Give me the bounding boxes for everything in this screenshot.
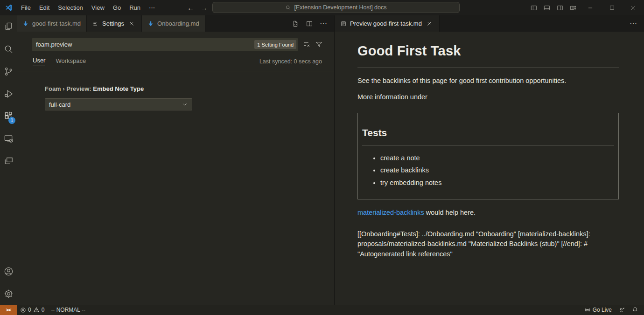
settings-found-badge: 1 Setting Found	[254, 40, 296, 49]
dropdown-value: full-card	[49, 101, 70, 108]
setting-category: Foam › Preview:	[45, 85, 93, 92]
tab-bar-right: Preview good-first-task.md ⋯	[335, 15, 644, 32]
menu-view[interactable]: View	[87, 2, 109, 13]
materialized-backlinks-link[interactable]: materialized-backlinks	[357, 209, 424, 216]
extensions-icon[interactable]: 1	[0, 105, 17, 127]
minimize-icon[interactable]	[580, 0, 601, 15]
tab-label: Preview good-first-task.md	[350, 20, 422, 27]
remote-indicator[interactable]: ><	[0, 305, 17, 315]
editor-group-right: Preview good-first-task.md ⋯ Good First …	[335, 15, 644, 305]
editor-actions-left: ⋯	[292, 15, 334, 32]
embedded-note-card: Tests create a note create backlinks try…	[357, 113, 619, 199]
filter-funnel-icon[interactable]	[315, 41, 323, 48]
setting-embed-note-type: Foam › Preview: Embed Note Type full-car…	[45, 85, 334, 110]
menu-go[interactable]: Go	[109, 2, 125, 13]
preview-title: Good First Task	[357, 41, 619, 67]
toggle-panel-bottom-icon[interactable]	[540, 0, 553, 15]
clear-search-filter-icon[interactable]	[303, 41, 311, 48]
feedback-person-icon	[618, 307, 625, 314]
bell-icon	[632, 307, 638, 313]
preview-paragraph-1: See the backlinks of this page for good …	[357, 76, 619, 86]
search-view-icon[interactable]	[0, 38, 17, 60]
markdown-file-icon	[22, 21, 29, 27]
link-paragraph: materialized-backlinks would help here.	[357, 208, 619, 218]
menu-run[interactable]: Run	[125, 2, 145, 13]
menu-file[interactable]: File	[17, 2, 35, 13]
tab-onboarding[interactable]: Onboarding.md	[142, 15, 205, 32]
setting-name: Embed Note Type	[93, 85, 144, 92]
open-settings-json-icon[interactable]	[292, 20, 299, 27]
embedded-note-title: Tests	[362, 125, 614, 146]
menu-bar: File Edit Selection View Go Run ⋯	[17, 2, 159, 13]
markdown-file-icon	[147, 21, 154, 27]
broadcast-icon	[584, 307, 591, 313]
preview-paragraph-2: More information under	[357, 92, 619, 103]
editor-group-left: good-first-task.md Settings Onboarding.m…	[17, 15, 334, 305]
extensions-badge: 1	[8, 117, 15, 124]
list-item: create a note	[380, 153, 614, 164]
status-bar: >< 0 0 -- NORMAL -- Go Live	[0, 305, 644, 315]
go-back-icon[interactable]: ←	[187, 4, 194, 12]
go-live-button[interactable]: Go Live	[581, 305, 615, 315]
accounts-icon[interactable]	[0, 260, 17, 282]
split-editor-icon[interactable]	[306, 20, 313, 27]
more-actions-icon[interactable]: ⋯	[320, 19, 328, 28]
feedback-button[interactable]	[615, 305, 629, 315]
tab-good-first-task[interactable]: good-first-task.md	[17, 15, 87, 32]
embedded-note-list: create a note create backlinks try embed…	[362, 153, 614, 188]
remote-icon: ><	[6, 307, 11, 313]
command-center-search[interactable]: [Extension Development Host] docs	[212, 2, 460, 13]
remote-explorer-icon[interactable]	[0, 127, 17, 150]
title-bar: File Edit Selection View Go Run ⋯ ← → [E…	[0, 0, 644, 15]
list-item: try embedding notes	[380, 178, 614, 188]
editor-actions-right: ⋯	[630, 15, 644, 32]
maximize-icon[interactable]	[601, 0, 623, 15]
customize-layout-icon[interactable]	[567, 0, 580, 15]
markdown-preview-pane: Good First Task See the backlinks of thi…	[335, 32, 644, 305]
command-center-label: [Extension Development Host] docs	[294, 4, 386, 11]
toggle-sidebar-right-icon[interactable]	[553, 0, 567, 15]
tab-label: Settings	[102, 20, 124, 27]
warning-count: 0	[42, 307, 45, 313]
activity-bar: 1	[0, 15, 17, 305]
link-suffix: would help here.	[424, 209, 476, 216]
vim-mode-status[interactable]: -- NORMAL --	[48, 305, 89, 315]
go-forward-icon[interactable]: →	[201, 4, 208, 12]
window-close-icon[interactable]	[623, 0, 644, 15]
explorer-icon[interactable]	[0, 15, 17, 38]
more-actions-icon[interactable]: ⋯	[630, 19, 637, 28]
vscode-window: File Edit Selection View Go Run ⋯ ← → [E…	[0, 0, 644, 315]
settings-header: 1 Setting Found User Workspace Last sync…	[17, 32, 334, 71]
last-synced-label: Last synced: 0 secs ago	[259, 58, 322, 65]
markdown-preview-icon	[340, 21, 347, 27]
toggle-sidebar-left-icon[interactable]	[527, 0, 540, 15]
source-control-icon[interactable]	[0, 60, 17, 82]
tab-label: Onboarding.md	[157, 20, 199, 27]
menu-overflow[interactable]: ⋯	[145, 2, 159, 13]
settings-list-icon	[92, 21, 99, 27]
tab-settings[interactable]: Settings	[87, 15, 142, 32]
tab-preview-good-first-task[interactable]: Preview good-first-task.md	[335, 15, 440, 32]
menu-edit[interactable]: Edit	[35, 2, 54, 13]
tab-bar-left: good-first-task.md Settings Onboarding.m…	[17, 15, 334, 32]
settings-editor: 1 Setting Found User Workspace Last sync…	[17, 32, 334, 305]
editor-windows-icon[interactable]	[0, 150, 17, 172]
scope-tab-workspace[interactable]: Workspace	[56, 57, 86, 66]
error-circle-icon	[20, 307, 26, 313]
problems-status[interactable]: 0 0	[17, 305, 48, 315]
title-divider	[357, 67, 619, 68]
run-debug-icon[interactable]	[0, 82, 17, 105]
menu-selection[interactable]: Selection	[54, 2, 87, 13]
warning-triangle-icon	[33, 307, 40, 313]
manage-gear-icon[interactable]	[0, 282, 17, 305]
go-live-label: Go Live	[593, 307, 612, 313]
scope-tab-user[interactable]: User	[33, 57, 45, 66]
close-icon[interactable]	[425, 21, 434, 27]
error-count: 0	[28, 307, 31, 313]
chevron-down-icon	[182, 101, 188, 108]
embed-note-type-dropdown[interactable]: full-card	[45, 98, 192, 110]
vscode-logo-icon	[0, 4, 17, 12]
notifications-button[interactable]	[629, 305, 644, 315]
close-icon[interactable]	[127, 21, 136, 27]
link-references-paragraph: [[Onboarding#Tests]: ../Onboarding.md "O…	[357, 229, 619, 260]
